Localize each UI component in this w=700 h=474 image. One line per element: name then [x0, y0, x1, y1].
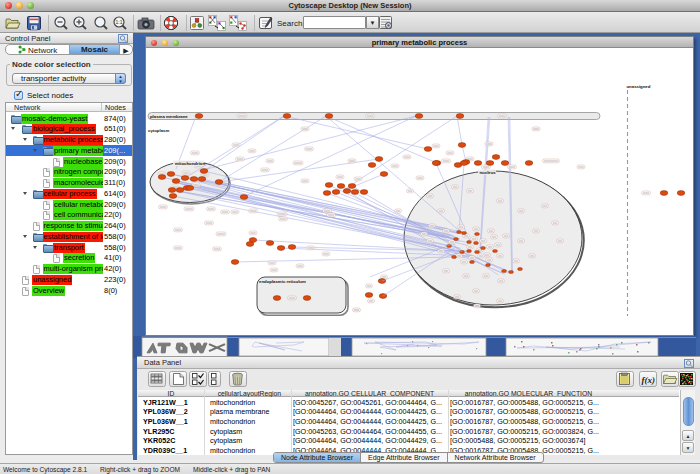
svg-text:unassigned: unassigned: [627, 84, 651, 89]
svg-text:1:1: 1:1: [116, 19, 123, 25]
svg-text:nucleus: nucleus: [480, 170, 497, 175]
svg-text:f(x): f(x): [642, 375, 656, 385]
svg-text:endoplasmic reticulum: endoplasmic reticulum: [259, 279, 306, 284]
svg-text:mitochondrion: mitochondrion: [175, 161, 205, 166]
svg-text:plasma membrane: plasma membrane: [150, 114, 188, 119]
svg-text:cytoplasm: cytoplasm: [148, 128, 169, 133]
